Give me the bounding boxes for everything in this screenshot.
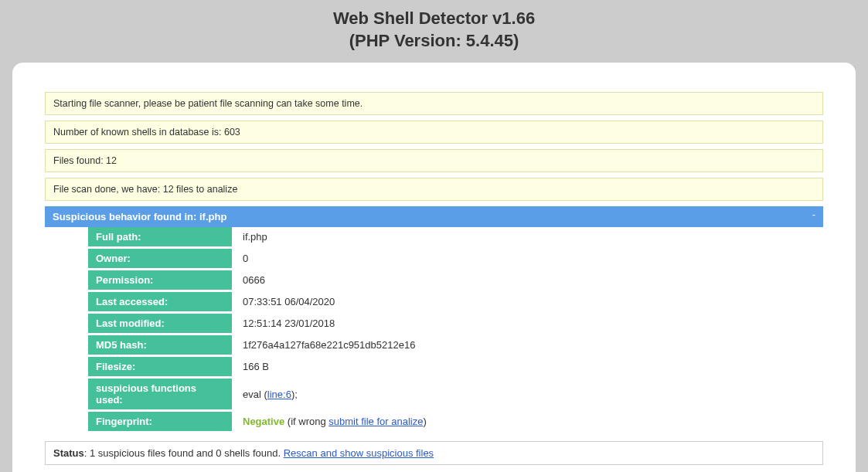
label-last-modified: Last modified: [88,313,232,334]
row-owner: Owner: 0 [45,248,823,270]
row-filesize: Filesize: 166 B [45,356,823,378]
message-files-found: Files found: 12 [45,149,823,172]
details-table: Full path: if.php Owner: 0 Permission: 0… [45,227,823,433]
status-text: : 1 suspicious files found and 0 shells … [84,447,284,459]
main-container: Starting file scanner, please be patient… [12,63,856,472]
value-fingerprint: Negative (if wrong submit file for anali… [232,411,823,433]
label-filesize: Filesize: [88,356,232,378]
fingerprint-negative: Negative [243,416,284,427]
label-md5-hash: MD5 hash: [88,334,232,356]
value-last-modified: 12:51:14 23/01/2018 [232,313,823,334]
label-full-path: Full path: [88,227,232,248]
label-suspicious-functions: suspicious functions used: [88,378,232,411]
suspicious-header[interactable]: Suspicious behavior found in: if.php - [45,206,823,227]
title-line-1: Web Shell Detector v1.66 [0,8,868,30]
fingerprint-paren-close: ) [423,416,426,427]
value-filesize: 166 B [232,356,823,378]
rescan-link[interactable]: Rescan and show suspicious files [284,447,434,459]
value-owner: 0 [232,248,823,270]
status-box: Status: 1 suspicious files found and 0 s… [45,441,823,465]
message-known-shells: Number of known shells in database is: 6… [45,121,823,144]
line-link[interactable]: line:6 [267,389,291,400]
fingerprint-paren-open: (if wrong [284,416,328,427]
status-label: Status [53,447,84,459]
page-title: Web Shell Detector v1.66 (PHP Version: 5… [0,0,868,63]
row-last-accessed: Last accessed: 07:33:51 06/04/2020 [45,291,823,313]
susp-func-prefix: eval ( [243,389,267,400]
message-scan-done: File scan done, we have: 12 files to ana… [45,178,823,201]
label-owner: Owner: [88,248,232,270]
label-permission: Permission: [88,270,232,291]
row-suspicious-functions: suspicious functions used: eval (line:6)… [45,378,823,411]
row-permission: Permission: 0666 [45,270,823,291]
label-fingerprint: Fingerprint: [88,411,232,433]
susp-func-suffix: ); [291,389,298,400]
value-last-accessed: 07:33:51 06/04/2020 [232,291,823,313]
value-permission: 0666 [232,270,823,291]
submit-file-link[interactable]: submit file for analize [328,416,423,427]
title-line-2: (PHP Version: 5.4.45) [0,30,868,53]
value-suspicious-functions: eval (line:6); [232,378,823,411]
row-full-path: Full path: if.php [45,227,823,248]
message-scanning: Starting file scanner, please be patient… [45,92,823,115]
label-last-accessed: Last accessed: [88,291,232,313]
row-last-modified: Last modified: 12:51:14 23/01/2018 [45,313,823,334]
value-md5-hash: 1f276a4a127fa68e221c951db5212e16 [232,334,823,356]
row-fingerprint: Fingerprint: Negative (if wrong submit f… [45,411,823,433]
suspicious-header-text: Suspicious behavior found in: if.php [53,211,226,222]
value-full-path: if.php [232,227,823,248]
row-md5-hash: MD5 hash: 1f276a4a127fa68e221c951db5212e… [45,334,823,356]
collapse-toggle-icon[interactable]: - [812,209,815,220]
